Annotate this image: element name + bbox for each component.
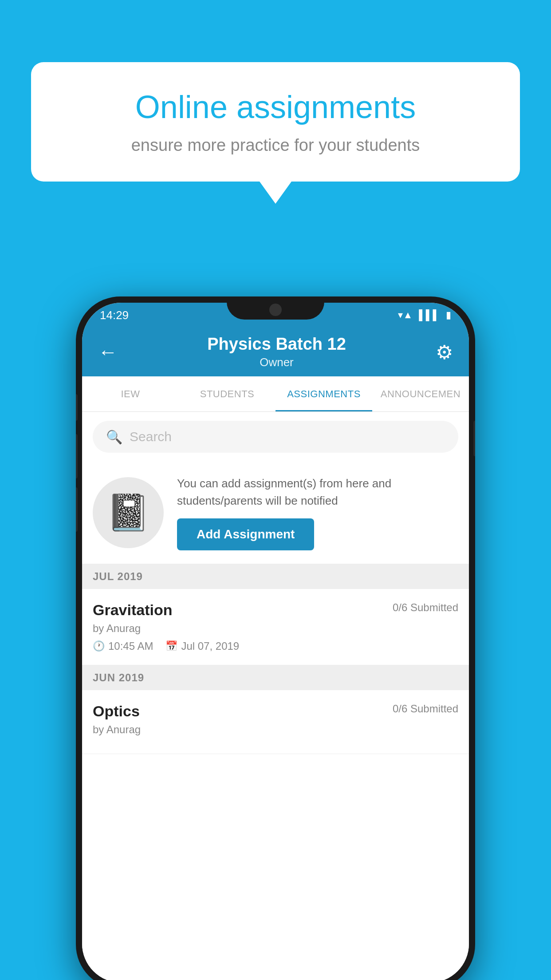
assignment-item-optics[interactable]: Optics 0/6 Submitted by Anurag — [82, 690, 469, 754]
notebook-icon: 📓 — [106, 492, 150, 533]
info-card: Online assignments ensure more practice … — [31, 62, 520, 182]
app-bar: ← Physics Batch 12 Owner ⚙ — [82, 328, 469, 376]
phone-wrapper: 14:29 ▾▲ ▌▌▌ ▮ ← Physics Batch 12 Owner … — [76, 296, 475, 980]
assignment-name-optics: Optics — [93, 703, 140, 720]
volume-down-button — [76, 434, 78, 478]
tab-assignments[interactable]: ASSIGNMENTS — [276, 376, 372, 411]
assignment-meta-gravitation: 🕐 10:45 AM 📅 Jul 07, 2019 — [93, 640, 458, 652]
silent-button — [76, 487, 78, 532]
clock-icon: 🕐 — [93, 640, 105, 652]
phone-screen: 14:29 ▾▲ ▌▌▌ ▮ ← Physics Batch 12 Owner … — [82, 303, 469, 980]
app-bar-title: Physics Batch 12 — [207, 335, 346, 354]
wifi-icon: ▾▲ — [398, 309, 413, 321]
back-button[interactable]: ← — [98, 341, 118, 363]
info-card-subtitle: ensure more practice for your students — [67, 136, 484, 155]
assignment-by-gravitation: by Anurag — [93, 622, 458, 635]
search-bar[interactable]: 🔍 Search — [93, 421, 458, 453]
month-header-jul-label: JUL 2019 — [93, 570, 143, 582]
month-header-jun-label: JUN 2019 — [93, 672, 144, 684]
tab-students[interactable]: STUDENTS — [179, 376, 276, 411]
search-placeholder: Search — [130, 429, 172, 444]
assignment-date-value: Jul 07, 2019 — [181, 640, 239, 652]
add-assignment-right: You can add assignment(s) from here and … — [177, 475, 458, 550]
search-container: 🔍 Search — [82, 412, 469, 462]
assignment-submitted-optics: 0/6 Submitted — [393, 703, 458, 715]
assignment-item-top: Gravitation 0/6 Submitted — [93, 601, 458, 619]
calendar-icon: 📅 — [165, 640, 177, 652]
volume-up-button — [76, 394, 78, 421]
assignment-time-gravitation: 🕐 10:45 AM — [93, 640, 153, 652]
tab-assignments-label: ASSIGNMENTS — [287, 388, 361, 400]
status-icons: ▾▲ ▌▌▌ ▮ — [398, 309, 451, 321]
assignment-name-gravitation: Gravitation — [93, 601, 172, 619]
phone-camera — [269, 304, 282, 316]
info-card-title: Online assignments — [67, 89, 484, 125]
app-bar-title-section: Physics Batch 12 Owner — [207, 335, 346, 369]
assignment-item-gravitation[interactable]: Gravitation 0/6 Submitted by Anurag 🕐 10… — [82, 589, 469, 665]
tab-announcements-label: ANNOUNCEMEN — [381, 388, 460, 400]
add-assignment-button[interactable]: Add Assignment — [177, 518, 314, 550]
content-area[interactable]: 🔍 Search 📓 You can add assignment(s) fro… — [82, 412, 469, 980]
speech-bubble-arrow — [260, 182, 291, 204]
assignment-icon-circle: 📓 — [93, 477, 164, 548]
status-time: 14:29 — [100, 308, 129, 322]
add-assignment-section: 📓 You can add assignment(s) from here an… — [82, 462, 469, 564]
battery-icon: ▮ — [446, 309, 451, 321]
assignment-date-gravitation: 📅 Jul 07, 2019 — [165, 640, 239, 652]
search-icon: 🔍 — [106, 429, 122, 445]
phone-body: 14:29 ▾▲ ▌▌▌ ▮ ← Physics Batch 12 Owner … — [76, 296, 475, 980]
assignment-submitted-gravitation: 0/6 Submitted — [393, 601, 458, 614]
assignment-by-optics: by Anurag — [93, 723, 458, 736]
signal-icon: ▌▌▌ — [419, 309, 440, 321]
tab-iew[interactable]: IEW — [82, 376, 179, 411]
assignment-item-optics-top: Optics 0/6 Submitted — [93, 703, 458, 720]
tab-announcements[interactable]: ANNOUNCEMEN — [372, 376, 469, 411]
assignment-time-value: 10:45 AM — [108, 640, 153, 652]
tab-students-label: STUDENTS — [200, 388, 255, 400]
phone-notch — [227, 296, 324, 320]
tab-iew-label: IEW — [121, 388, 140, 400]
tab-bar: IEW STUDENTS ASSIGNMENTS ANNOUNCEMEN — [82, 376, 469, 412]
info-card-container: Online assignments ensure more practice … — [31, 62, 520, 204]
settings-icon[interactable]: ⚙ — [436, 341, 453, 364]
month-header-jun: JUN 2019 — [82, 665, 469, 690]
app-bar-subtitle: Owner — [207, 356, 346, 369]
add-assignment-description: You can add assignment(s) from here and … — [177, 475, 458, 510]
month-header-jul: JUL 2019 — [82, 564, 469, 589]
power-button — [473, 421, 475, 456]
